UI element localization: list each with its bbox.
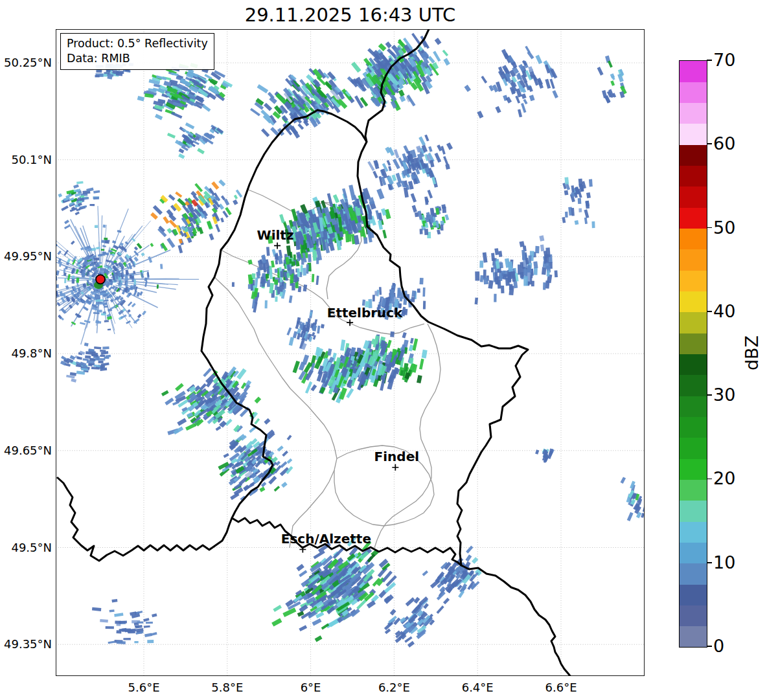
lat-tick-label: 50.1°N — [0, 153, 52, 167]
colorbar-segment — [680, 312, 707, 333]
colorbar-segment — [680, 249, 707, 271]
lon-tick-label: 5.6°E — [115, 681, 173, 694]
colorbar-segment — [680, 626, 707, 648]
colorbar-segment — [680, 416, 707, 438]
colorbar-segment — [680, 563, 707, 585]
colorbar-segment — [680, 584, 707, 605]
colorbar-tick-mark — [707, 60, 712, 61]
colorbar-tick-label: 60 — [713, 134, 735, 153]
city-label: Findel — [374, 449, 420, 464]
colorbar-segment — [680, 291, 707, 313]
lat-tick-label: 49.35°N — [0, 637, 52, 651]
lat-tick-label: 50.25°N — [0, 56, 52, 70]
colorbar-segment — [680, 501, 707, 522]
colorbar-segment — [680, 479, 707, 501]
product-info-box: Product: 0.5° Reflectivity Data: RMIB — [60, 33, 214, 70]
colorbar-segment — [680, 521, 707, 543]
colorbar-segment — [680, 396, 707, 417]
product-info-line1: Product: 0.5° Reflectivity — [67, 36, 208, 51]
colorbar-segment — [680, 82, 707, 103]
colorbar-unit-label: dBZ — [742, 335, 762, 370]
colorbar-segment — [680, 270, 707, 291]
radar-map-page: 29.11.2025 16:43 UTC WiltzEttelbruckFind… — [0, 0, 767, 700]
colorbar-segment — [680, 144, 707, 166]
lon-tick-label: 5.8°E — [198, 681, 257, 694]
colorbar-segment — [680, 375, 707, 396]
colorbar-tick-mark — [707, 311, 712, 312]
product-info-line2: Data: RMIB — [67, 51, 208, 66]
lat-tick-label: 49.95°N — [0, 249, 52, 264]
plot-area: WiltzEttelbruckFindelEsch/Alzette Produc… — [56, 29, 645, 676]
colorbar-segment — [680, 103, 707, 124]
colorbar-segment — [680, 186, 707, 208]
city-label: Ettelbruck — [327, 305, 403, 321]
lon-tick-label: 6.2°E — [365, 681, 423, 694]
colorbar-segment — [680, 166, 707, 187]
lat-tick-label: 49.65°N — [0, 444, 52, 458]
colorbar-tick-mark — [707, 394, 712, 396]
colorbar-tick-mark — [707, 646, 712, 647]
colorbar-segment — [680, 333, 707, 354]
colorbar-tick-mark — [707, 143, 712, 144]
colorbar-segment — [680, 354, 707, 376]
colorbar-tick-mark — [707, 479, 712, 480]
colorbar-segment — [680, 61, 707, 82]
lon-tick-label: 6.4°E — [448, 681, 507, 694]
colorbar-segment — [680, 605, 707, 626]
colorbar-segment — [680, 458, 707, 480]
page-title: 29.11.2025 16:43 UTC — [56, 4, 645, 26]
lat-tick-label: 49.5°N — [0, 541, 52, 555]
colorbar-tick-label: 30 — [713, 385, 735, 405]
city-label: Wiltz — [257, 227, 294, 243]
colorbar-segment — [680, 542, 707, 563]
colorbar-segment — [680, 438, 707, 459]
colorbar-tick-label: 40 — [713, 302, 735, 321]
colorbar-tick-mark — [707, 562, 712, 563]
radar-site-marker — [96, 275, 105, 284]
colorbar-tick-label: 0 — [713, 637, 724, 656]
colorbar-tick-label: 10 — [713, 553, 735, 572]
colorbar-tick-label: 20 — [713, 469, 735, 488]
colorbar-tick-label: 50 — [713, 218, 735, 238]
colorbar-tick-label: 70 — [713, 51, 735, 70]
colorbar-segment — [680, 124, 707, 145]
lat-tick-label: 49.8°N — [0, 346, 52, 361]
lon-tick-label: 6°E — [282, 681, 340, 694]
city-label: Esch/Alzette — [281, 531, 371, 547]
map-svg: WiltzEttelbruckFindelEsch/Alzette — [56, 29, 645, 676]
colorbar-tick-mark — [707, 227, 712, 229]
colorbar — [679, 60, 707, 648]
colorbar-segment — [680, 229, 707, 250]
colorbar-segment — [680, 207, 707, 229]
lon-tick-label: 6.6°E — [532, 681, 590, 694]
